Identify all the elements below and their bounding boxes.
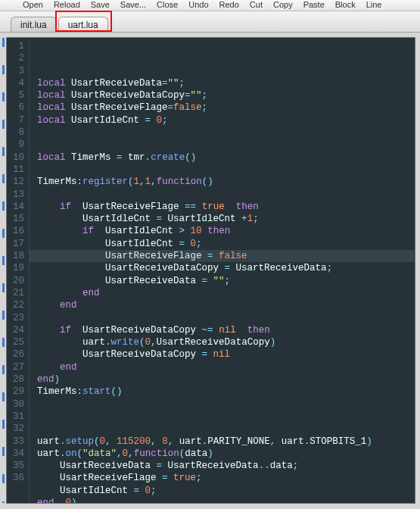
line-number: 2	[7, 52, 24, 64]
code-line[interactable]: UsartReceiveDataCopy = UsartReceiveData;	[37, 262, 415, 274]
toolbar-copy[interactable]: Copy	[273, 0, 293, 9]
code-line[interactable]: uart.write(0,UsartReceiveDataCopy)	[37, 336, 415, 348]
code-line[interactable]: TimerMs:start()	[37, 386, 415, 398]
line-number: 24	[7, 324, 24, 336]
line-number: 7	[7, 114, 24, 126]
toolbar-block[interactable]: Block	[335, 0, 356, 9]
line-number: 3	[7, 65, 24, 77]
toolbar-close[interactable]: Close	[157, 0, 178, 9]
line-number: 13	[7, 189, 24, 201]
code-line[interactable]	[37, 398, 415, 411]
line-number: 22	[7, 299, 24, 311]
toolbar-reload[interactable]: Reload	[54, 0, 80, 9]
line-number-gutter: 1234567891011121314151617181920212223242…	[7, 38, 30, 503]
line-number: 4	[7, 77, 24, 89]
code-line[interactable]: local UsartReceiveDataCopy="";	[37, 89, 415, 101]
line-number: 33	[7, 436, 24, 448]
code-area[interactable]: local UsartReceiveData="";local UsartRec…	[30, 38, 415, 503]
code-line[interactable]: UsartReceiveFlage = true;	[37, 472, 415, 484]
line-number: 25	[7, 336, 24, 348]
code-line[interactable]: UsartReceiveDataCopy = nil	[37, 348, 415, 361]
code-line[interactable]: if UsartIdleCnt > 10 then	[37, 225, 415, 237]
code-line[interactable]: TimerMs:register(1,1,function()	[37, 176, 415, 188]
line-number: 1	[7, 40, 24, 52]
code-line[interactable]: local TimerMs = tmr.create()	[37, 151, 415, 164]
line-number: 12	[7, 176, 24, 188]
line-number: 14	[7, 201, 24, 213]
code-line[interactable]	[37, 189, 415, 201]
code-line[interactable]: UsartIdleCnt = UsartIdleCnt +1;	[37, 213, 415, 225]
line-number: 34	[7, 448, 24, 460]
toolbar-redo[interactable]: Redo	[219, 0, 239, 9]
code-line[interactable]: uart.setup(0, 115200, 8, uart.PARITY_NON…	[37, 436, 415, 448]
code-line[interactable]: end	[37, 287, 415, 299]
code-line[interactable]	[37, 312, 415, 324]
code-editor[interactable]: 1234567891011121314151617181920212223242…	[6, 37, 415, 504]
line-number: 5	[7, 89, 24, 101]
line-number: 11	[7, 164, 24, 176]
code-line[interactable]	[37, 126, 415, 139]
code-line[interactable]	[37, 423, 415, 435]
toolbar-save[interactable]: Save	[91, 0, 110, 9]
line-number: 16	[7, 225, 24, 237]
line-number: 9	[7, 139, 24, 151]
tab-init-lua[interactable]: init.lua	[11, 17, 57, 32]
code-line[interactable]: local UsartReceiveData="";	[37, 77, 415, 89]
line-number: 15	[7, 213, 24, 225]
line-number: 21	[7, 287, 24, 299]
code-line[interactable]: if UsartReceiveFlage == true then	[37, 201, 415, 213]
code-line[interactable]: local UsartReceiveFlage=false;	[37, 101, 415, 114]
line-number: 28	[7, 373, 24, 386]
line-number: 6	[7, 101, 24, 114]
line-number: 35	[7, 460, 24, 472]
toolbar-cut[interactable]: Cut	[250, 0, 263, 9]
toolbar-open[interactable]: Open	[23, 0, 43, 9]
code-line[interactable]: end	[37, 299, 415, 311]
toolbar-line[interactable]: Line	[366, 0, 382, 9]
code-line[interactable]	[37, 411, 415, 423]
line-number: 36	[7, 472, 24, 484]
code-line[interactable]: UsartReceiveData = UsartReceiveData..dat…	[37, 460, 415, 472]
line-number: 30	[7, 398, 24, 411]
code-line[interactable]: UsartIdleCnt = 0;	[37, 238, 415, 250]
line-number: 19	[7, 262, 24, 274]
code-line[interactable]: end, 0)	[37, 497, 415, 503]
code-line[interactable]: local UsartIdleCnt = 0;	[37, 114, 415, 126]
line-number: 18	[7, 250, 24, 262]
line-number: 10	[7, 151, 24, 164]
line-number: 29	[7, 386, 24, 398]
line-number: 32	[7, 423, 24, 435]
line-number: 26	[7, 348, 24, 361]
line-number: 23	[7, 312, 24, 324]
line-number: 17	[7, 238, 24, 250]
code-line[interactable]: end)	[37, 373, 415, 386]
toolbar-undo[interactable]: Undo	[188, 0, 208, 9]
code-line[interactable]: uart.on("data",0,function(data)	[37, 448, 415, 460]
code-line[interactable]: end	[37, 361, 415, 373]
tab-bar: init.luauart.lua	[0, 11, 420, 33]
toolbar-save[interactable]: Save...	[120, 0, 146, 9]
line-number: 20	[7, 275, 24, 287]
code-line[interactable]: UsartIdleCnt = 0;	[37, 485, 415, 497]
code-line[interactable]	[37, 164, 415, 176]
toolbar: OpenReloadSaveSave...CloseUndoRedoCutCop…	[0, 0, 420, 11]
code-line[interactable]: if UsartReceiveDataCopy ~= nil then	[37, 324, 415, 336]
code-line[interactable]	[37, 139, 415, 151]
line-number: 8	[7, 126, 24, 139]
code-line[interactable]: UsartReceiveFlage = false	[37, 250, 415, 262]
code-line[interactable]: UsartReceiveData = "";	[37, 275, 415, 287]
toolbar-paste[interactable]: Paste	[303, 0, 325, 9]
line-number: 27	[7, 361, 24, 373]
tab-uart-lua[interactable]: uart.lua	[58, 17, 108, 32]
line-number: 31	[7, 411, 24, 423]
